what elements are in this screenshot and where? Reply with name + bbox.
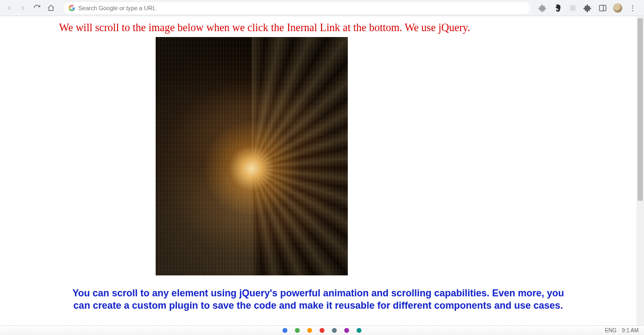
reload-button[interactable] (32, 3, 42, 13)
svg-rect-0 (570, 5, 576, 11)
chrome-menu-icon[interactable]: ⋮ (628, 3, 638, 13)
page-viewport: We will scroll to the image below when w… (0, 16, 644, 325)
red-heading: We will scroll to the image below when w… (0, 21, 636, 34)
vertical-scrollbar[interactable] (636, 16, 644, 325)
page-content: We will scroll to the image below when w… (0, 16, 636, 311)
home-button[interactable] (46, 3, 56, 13)
google-g-icon (69, 5, 75, 11)
omnibox-input[interactable] (78, 5, 525, 11)
scrollbar-thumb[interactable] (638, 18, 643, 201)
forward-button[interactable] (18, 3, 28, 13)
svg-rect-1 (599, 5, 606, 11)
evernote-icon[interactable] (553, 3, 562, 13)
blue-paragraph: You can scroll to any element using jQue… (66, 287, 570, 311)
light-installation-image (156, 37, 348, 275)
extension-icon[interactable] (538, 3, 547, 13)
taskbar-right: ENG 9:1 AM (605, 327, 639, 333)
taskbar-center-apps[interactable] (283, 328, 362, 333)
omnibox[interactable] (63, 2, 530, 14)
extensions-puzzle-icon[interactable] (583, 3, 592, 13)
toolbar-right-icons: ⋮ (538, 3, 638, 13)
image-container (0, 37, 636, 275)
profile-avatar[interactable] (613, 3, 623, 13)
os-taskbar: ENG 9:1 AM (0, 325, 644, 335)
taskbar-lang[interactable]: ENG (605, 327, 617, 333)
back-button[interactable] (4, 3, 14, 13)
taskbar-time[interactable]: 9:1 AM (622, 327, 639, 333)
side-panel-icon[interactable] (598, 3, 608, 13)
browser-toolbar: ⋮ (0, 0, 644, 16)
extension-placeholder-icon[interactable] (568, 3, 577, 13)
